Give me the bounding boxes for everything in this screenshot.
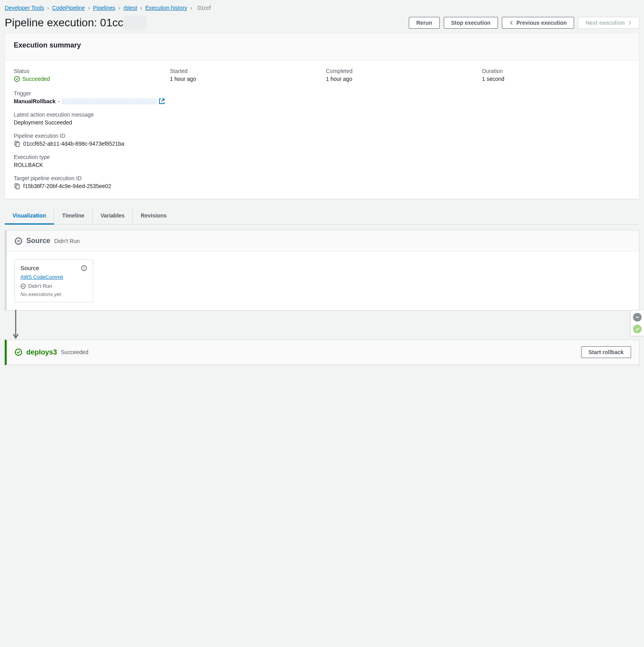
completed-value: 1 hour ago — [326, 76, 474, 82]
previous-execution-button[interactable]: Previous execution — [502, 17, 574, 29]
stage-deploys3-status: Succeeded — [61, 349, 88, 355]
svg-point-8 — [84, 267, 84, 267]
trigger-type: ManualRollback — [14, 98, 56, 104]
action-provider-link[interactable]: AWS CodeCommit — [20, 274, 63, 280]
stage-source-name: Source — [26, 237, 50, 245]
next-execution-button: Next execution — [578, 17, 639, 29]
chevron-right-icon: › — [88, 5, 90, 11]
svg-rect-4 — [16, 185, 19, 189]
panel-header: Execution summary — [5, 33, 639, 61]
tab-visualization[interactable]: Visualization — [5, 208, 54, 225]
tab-revisions[interactable]: Revisions — [133, 208, 174, 224]
latest-msg-label: Latest action execution message — [14, 111, 630, 118]
duration-value: 1 second — [482, 76, 631, 82]
breadcrumb-pipelines[interactable]: Pipelines — [93, 5, 115, 11]
tab-timeline[interactable]: Timeline — [54, 208, 93, 224]
check-circle-icon — [14, 76, 20, 82]
chevron-right-icon: › — [47, 5, 49, 11]
check-circle-icon — [15, 348, 22, 356]
badge-check-icon[interactable] — [633, 325, 642, 333]
rerun-button[interactable]: Rerun — [409, 17, 439, 29]
exec-id-label: Pipeline execution ID — [14, 133, 630, 139]
minus-circle-icon — [20, 283, 26, 289]
svg-rect-2 — [16, 143, 19, 146]
chevron-right-icon: › — [140, 5, 142, 11]
breadcrumb-current: 01ccf — [195, 5, 213, 11]
chevron-left-icon — [509, 20, 514, 25]
info-icon[interactable] — [81, 265, 87, 271]
started-value: 1 hour ago — [170, 76, 318, 82]
started-label: Started — [170, 68, 318, 74]
breadcrumb-codepipeline[interactable]: CodePipeline — [52, 5, 85, 11]
target-exec-id-label: Target pipeline execution ID — [14, 175, 630, 181]
stage-deploys3: deploys3 Succeeded Start rollback — [5, 340, 639, 365]
action-status-text: Didn't Run — [28, 283, 52, 289]
start-rollback-button[interactable]: Start rollback — [581, 346, 631, 358]
stage-source: Source Didn't Run Source AWS CodeCommit … — [5, 230, 639, 311]
stage-deploys3-name: deploys3 — [26, 348, 57, 356]
duration-label: Duration — [482, 68, 631, 74]
tabs: Visualization Timeline Variables Revisio… — [5, 208, 639, 225]
target-exec-id-value: f15b38f7-20bf-4c9e-94ed-2535ee02 — [23, 183, 111, 189]
chevron-right-icon — [627, 20, 632, 25]
breadcrumb-rbtest[interactable]: rbtest — [123, 5, 137, 11]
external-link-icon[interactable] — [159, 98, 165, 104]
stage-connector — [12, 311, 639, 340]
trigger-sep: - — [58, 98, 60, 104]
page-title: Pipeline execution: 01cc — [5, 16, 146, 29]
breadcrumb: Developer Tools › CodePipeline › Pipelin… — [5, 5, 639, 11]
action-detail: No executions yet — [20, 291, 87, 297]
status-value: Succeeded — [14, 76, 50, 82]
tab-variables[interactable]: Variables — [93, 208, 133, 224]
execution-summary-panel: Execution summary Status Succeeded Start… — [5, 33, 639, 199]
trigger-label: Trigger — [14, 90, 630, 97]
stop-execution-button[interactable]: Stop execution — [444, 17, 498, 29]
minus-circle-icon — [15, 237, 22, 245]
copy-icon[interactable] — [14, 183, 20, 189]
trigger-link[interactable] — [62, 98, 156, 104]
breadcrumb-exec-history[interactable]: Execution history — [145, 5, 187, 11]
panel-title: Execution summary — [14, 41, 630, 49]
copy-icon[interactable] — [14, 141, 20, 147]
exec-id-value: 01ccf652-ab11-4d4b-898c-9473ef8521ba — [23, 141, 124, 147]
page-header: Pipeline execution: 01cc Rerun Stop exec… — [5, 16, 639, 29]
chevron-right-icon: › — [190, 5, 192, 11]
exec-type-label: Execution type — [14, 154, 630, 160]
header-button-row: Rerun Stop execution Previous execution … — [409, 17, 639, 29]
latest-msg-value: Deployment Succeeded — [14, 119, 630, 126]
side-badges — [631, 311, 644, 336]
action-card-source: Source AWS CodeCommit Didn't Run No exec… — [15, 260, 93, 302]
breadcrumb-devtools[interactable]: Developer Tools — [5, 5, 44, 11]
exec-type-value: ROLLBACK — [14, 162, 630, 168]
stage-source-status: Didn't Run — [54, 238, 80, 244]
status-label: Status — [14, 68, 162, 74]
completed-label: Completed — [326, 68, 474, 74]
chevron-right-icon: › — [119, 5, 121, 11]
action-name: Source — [20, 265, 39, 271]
badge-minus-icon[interactable] — [633, 313, 642, 322]
